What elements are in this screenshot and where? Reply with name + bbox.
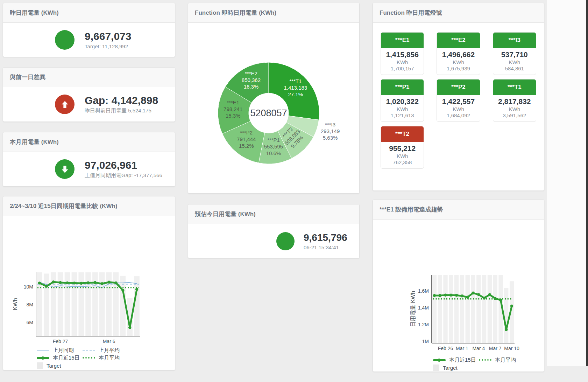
legend-label: 本月近15日 xyxy=(53,355,80,361)
stat-value: 9,615,796 xyxy=(304,232,347,243)
realtime-donut-chart: ***T11,413,18327.1%***I3293,1495.63%***T… xyxy=(188,23,359,194)
light-tile[interactable]: ***E11,415,856KWh1,700,157 xyxy=(381,32,424,75)
target-bar xyxy=(460,275,464,343)
y-tick-label: 1M xyxy=(422,339,429,344)
light-tile-unit: KWh xyxy=(437,106,480,112)
data-point xyxy=(499,299,502,301)
card-title-text: 預估今日用電量 (KWh) xyxy=(195,210,256,218)
light-tile-target: 1,121,613 xyxy=(381,112,424,118)
light-tile-header: ***T2 xyxy=(381,126,424,142)
light-tile-body: 1,422,557KWh1,684,092 xyxy=(437,95,480,121)
card-title: 2/24~3/10 近15日同期用電量比較 (KWh) xyxy=(3,196,175,216)
legend-swatch-line xyxy=(479,359,491,361)
data-point xyxy=(449,294,452,297)
card-yesterday-lights: Function 昨日用電燈號 ***E11,415,856KWh1,700,1… xyxy=(373,3,544,191)
light-tile-header: ***P2 xyxy=(437,79,480,95)
legend-swatch-line xyxy=(37,350,49,350)
data-point xyxy=(101,282,104,285)
data-point xyxy=(494,297,497,300)
data-point xyxy=(488,293,491,296)
stat-value: Gap: 4,142,898 xyxy=(85,95,158,106)
chart-legend: 上月同期上月平均本月近15日本月平均Target xyxy=(37,346,120,369)
stat-text: 97,026,961 上個月同期用電Gap: -17,377,566 xyxy=(85,159,162,179)
light-tile-body: 1,020,322KWh1,121,613 xyxy=(381,95,424,121)
light-tile-target: 3,591,562 xyxy=(493,112,536,118)
legend-swatch-line xyxy=(83,357,95,359)
light-tile-body: 537,710KWh584,861 xyxy=(493,48,536,75)
stat-text: 9,615,796 06-21 15:34:41 xyxy=(304,232,347,250)
card-prev-day-gap: 與前一日差異 Gap: 4,142,898 昨日與前日用電量 5,524,175 xyxy=(3,67,175,122)
target-bar xyxy=(476,275,481,343)
y-axis-title: 日用電量 KWh xyxy=(410,291,416,327)
light-tile-value: 1,496,662 xyxy=(437,50,480,59)
lights-grid: ***E11,415,856KWh1,700,157***E21,496,662… xyxy=(373,23,544,169)
stat-value: 9,667,073 xyxy=(85,30,131,42)
donut-center-total: 5208057 xyxy=(250,108,287,118)
data-point xyxy=(477,293,480,296)
card-title: Function 即時日用電量 (KWh) xyxy=(188,3,359,23)
y-tick-label: 6M xyxy=(27,320,33,325)
light-tile-value: 1,020,322 xyxy=(381,97,424,106)
legend-item[interactable]: 本月近15日 xyxy=(433,357,479,363)
light-tile[interactable]: ***P11,020,322KWh1,121,613 xyxy=(381,79,424,122)
right-gutter xyxy=(547,0,586,366)
data-point xyxy=(466,296,469,299)
legend-swatch-line xyxy=(433,359,446,361)
data-point xyxy=(66,282,69,284)
data-point xyxy=(45,285,48,287)
legend-item[interactable]: 上月同期 xyxy=(37,347,83,354)
legend-item[interactable]: 本月平均 xyxy=(83,355,120,361)
light-tile-target: 1,675,939 xyxy=(437,65,480,71)
light-tile[interactable]: ***E21,496,662KWh1,675,939 xyxy=(437,32,480,75)
light-tile-header: ***E1 xyxy=(381,33,424,48)
legend-item[interactable]: Target xyxy=(433,364,479,371)
legend-label: Target xyxy=(47,363,61,369)
data-point xyxy=(87,281,90,284)
stat-subtext: 昨日與前日用電量 5,524,175 xyxy=(85,107,158,114)
card-title-text: Function 即時日用電量 (KWh) xyxy=(195,9,276,17)
target-bar xyxy=(504,288,508,343)
light-tile-value: 1,422,557 xyxy=(437,97,480,106)
light-tile-target: 762,358 xyxy=(381,159,424,165)
card-title-text: 與前一日差異 xyxy=(10,73,45,81)
x-tick-label: Mar 4 xyxy=(472,346,485,351)
light-tile[interactable]: ***T12,817,832KWh3,591,562 xyxy=(493,79,536,122)
light-tile-unit: KWh xyxy=(437,59,480,65)
data-point xyxy=(455,294,458,297)
light-tile[interactable]: ***T2955,212KWh762,358 xyxy=(381,126,424,169)
legend-item[interactable]: Target xyxy=(37,362,83,369)
target-bar xyxy=(482,275,486,343)
legend-item[interactable]: 本月近15日 xyxy=(37,355,83,361)
card-e1-trend-chart: ***E1 設備用電達成趨勢 1M1.2M1.4M1.6MFeb 26Mar 1… xyxy=(373,200,544,372)
card-today-estimate: 預估今日用電量 (KWh) 9,615,796 06-21 15:34:41 xyxy=(188,204,360,258)
energy-dashboard: 昨日用電量 (KWh) 9,667,073 Target: 11,128,992… xyxy=(0,0,588,382)
data-point xyxy=(433,294,436,297)
light-tile-target: 1,684,092 xyxy=(437,112,480,118)
legend-swatch-square xyxy=(37,362,43,369)
card-title-text: Function 昨日用電燈號 xyxy=(380,9,442,17)
legend-label: 上月同期 xyxy=(53,347,74,354)
light-tile[interactable]: ***P21,422,557KWh1,684,092 xyxy=(437,79,480,122)
legend-item[interactable]: 上月平均 xyxy=(83,347,120,354)
legend-label: 本月平均 xyxy=(99,355,120,361)
data-point xyxy=(505,328,508,331)
target-bar xyxy=(488,275,492,343)
data-point xyxy=(439,294,441,297)
legend-item[interactable]: 本月平均 xyxy=(479,357,516,363)
data-point xyxy=(135,288,138,291)
data-point xyxy=(121,289,124,292)
target-bar xyxy=(120,276,126,336)
data-point xyxy=(107,281,110,284)
scrollbar[interactable] xyxy=(586,0,588,366)
light-tile-header: ***T1 xyxy=(493,79,536,95)
target-bar xyxy=(466,275,470,343)
light-tile-body: 1,496,662KWh1,675,939 xyxy=(437,48,480,75)
target-bar xyxy=(134,276,139,336)
light-tile-header: ***I3 xyxy=(493,33,536,48)
card-title-text: 本月用電量 (KWh) xyxy=(10,138,59,146)
x-tick-label: Mar 1 xyxy=(456,346,468,351)
data-point xyxy=(38,282,41,284)
light-tile[interactable]: ***I3537,710KWh584,861 xyxy=(493,32,536,75)
card-title: ***E1 設備用電達成趨勢 xyxy=(373,200,544,220)
data-point xyxy=(128,326,131,329)
